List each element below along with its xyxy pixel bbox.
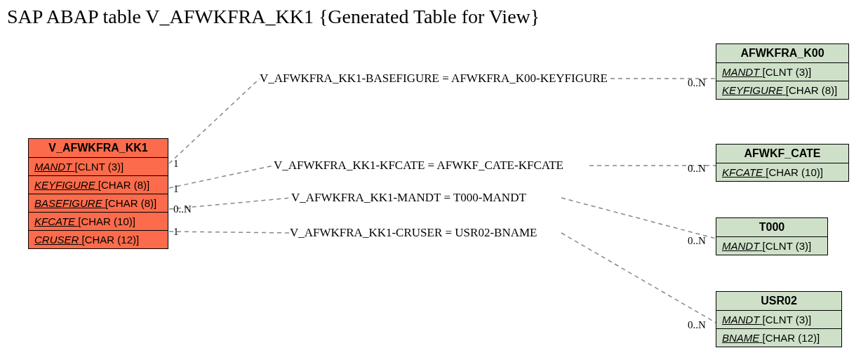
attr-type: [CLNT (3)]	[763, 314, 812, 326]
attr-name: KFCATE	[722, 166, 763, 178]
attr-type: [CHAR (12)]	[763, 332, 820, 344]
attr-type: [CHAR (8)]	[786, 84, 837, 96]
entity-attr: MANDT [CLNT (3)]	[716, 237, 827, 255]
attr-name: MANDT	[722, 240, 759, 252]
attr-name: BNAME	[722, 332, 759, 344]
entity-attr: KEYFIGURE [CHAR (8)]	[716, 81, 848, 99]
attr-name: MANDT	[722, 314, 759, 326]
entity-name: T000	[716, 218, 827, 237]
entity-attr: KFCATE [CHAR (10)]	[716, 163, 848, 181]
entity-main-attr: BASEFIGURE [CHAR (8)]	[29, 194, 168, 213]
entity-afwkf-cate: AFWKF_CATE KFCATE [CHAR (10)]	[716, 144, 849, 182]
relation-label: V_AFWKFRA_KK1-MANDT = T000-MANDT	[291, 191, 526, 205]
relation-label: V_AFWKFRA_KK1-BASEFIGURE = AFWKFRA_K00-K…	[260, 72, 608, 86]
entity-main-attr: MANDT [CLNT (3)]	[29, 158, 168, 176]
entity-attr: MANDT [CLNT (3)]	[716, 311, 841, 329]
cardinality-left: 1	[173, 226, 179, 238]
entity-t000: T000 MANDT [CLNT (3)]	[716, 217, 828, 255]
entity-attr: BNAME [CHAR (12)]	[716, 329, 841, 347]
entity-usr02: USR02 MANDT [CLNT (3)] BNAME [CHAR (12)]	[716, 291, 842, 347]
cardinality-left: 1	[173, 183, 179, 195]
entity-main: V_AFWKFRA_KK1 MANDT [CLNT (3)] KEYFIGURE…	[28, 138, 168, 249]
entity-main-name: V_AFWKFRA_KK1	[29, 139, 168, 158]
attr-type: [CHAR (10)]	[78, 215, 135, 227]
entity-name: AFWKF_CATE	[716, 145, 848, 163]
entity-name: AFWKFRA_K00	[716, 44, 848, 63]
svg-line-6	[169, 232, 290, 233]
attr-name: KFCATE	[34, 215, 75, 227]
relation-label: V_AFWKFRA_KK1-KFCATE = AFWKF_CATE-KFCATE	[274, 159, 563, 173]
entity-main-attr: KFCATE [CHAR (10)]	[29, 213, 168, 231]
entity-name: USR02	[716, 292, 841, 311]
cardinality-right: 0..N	[688, 235, 706, 247]
cardinality-left: 0..N	[173, 203, 192, 215]
attr-name: KEYFIGURE	[34, 179, 95, 191]
relation-label: V_AFWKFRA_KK1-CRUSER = USR02-BNAME	[290, 226, 537, 240]
attr-name: MANDT	[34, 161, 72, 173]
attr-type: [CHAR (10)]	[766, 166, 823, 178]
attr-type: [CLNT (3)]	[763, 240, 812, 252]
entity-main-attr: CRUSER [CHAR (12)]	[29, 231, 168, 248]
attr-type: [CHAR (8)]	[98, 179, 149, 191]
attr-name: MANDT	[722, 66, 759, 78]
attr-name: KEYFIGURE	[722, 84, 783, 96]
entity-main-attr: KEYFIGURE [CHAR (8)]	[29, 176, 168, 194]
cardinality-left: 1	[173, 158, 179, 170]
svg-line-5	[561, 198, 716, 239]
svg-line-2	[169, 166, 274, 188]
cardinality-right: 0..N	[688, 163, 706, 175]
cardinality-right: 0..N	[688, 77, 706, 89]
entity-afwkfra-k00: AFWKFRA_K00 MANDT [CLNT (3)] KEYFIGURE […	[716, 43, 849, 100]
attr-name: BASEFIGURE	[34, 197, 102, 209]
entity-attr: MANDT [CLNT (3)]	[716, 63, 848, 81]
page-title: SAP ABAP table V_AFWKFRA_KK1 {Generated …	[7, 6, 540, 28]
attr-type: [CLNT (3)]	[763, 66, 812, 78]
attr-name: CRUSER	[34, 234, 79, 246]
attr-type: [CLNT (3)]	[75, 161, 124, 173]
attr-type: [CHAR (12)]	[82, 234, 140, 246]
svg-line-0	[169, 79, 260, 163]
cardinality-right: 0..N	[688, 319, 706, 331]
attr-type: [CHAR (8)]	[105, 197, 156, 209]
